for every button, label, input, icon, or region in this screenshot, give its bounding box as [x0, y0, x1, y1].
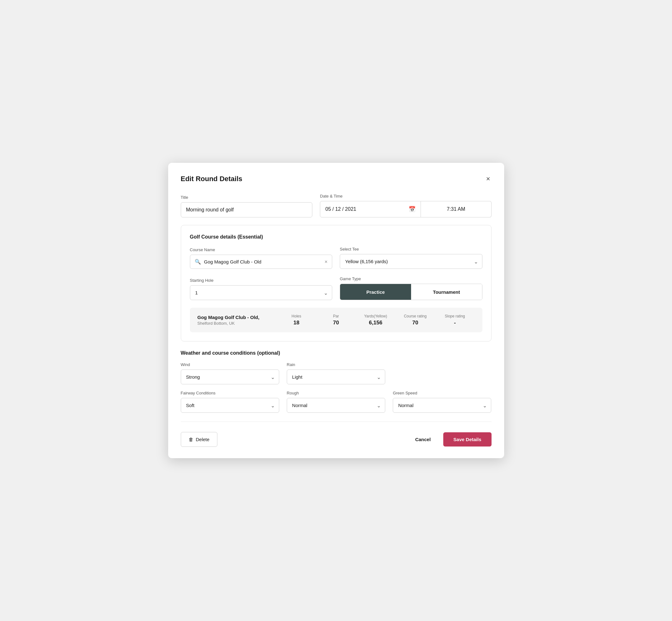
calendar-icon: 📅 — [409, 206, 416, 213]
fairway-group: Fairway Conditions Soft ⌄ — [181, 391, 279, 413]
rain-group: Rain Light ⌄ — [287, 362, 385, 384]
starting-hole-label: Starting Hole — [190, 278, 333, 283]
green-speed-group: Green Speed Normal ⌄ — [393, 391, 491, 413]
title-input[interactable] — [181, 202, 313, 217]
course-rating-value: 70 — [412, 320, 418, 326]
rough-select[interactable]: Normal — [287, 398, 385, 413]
yards-value: 6,156 — [369, 320, 382, 326]
title-label: Title — [181, 195, 313, 200]
datetime-group: Date & Time 05 / 12 / 2021 📅 7:31 AM — [320, 194, 491, 217]
yards-label: Yards(Yellow) — [364, 314, 387, 318]
title-group: Title — [181, 195, 313, 217]
game-type-toggle: Practice Tournament — [340, 284, 482, 300]
holes-value: 18 — [293, 320, 299, 326]
par-value: 70 — [333, 320, 339, 326]
wind-select-wrap: Strong ⌄ — [181, 370, 279, 384]
time-value: 7:31 AM — [447, 206, 465, 212]
practice-toggle-btn[interactable]: Practice — [340, 284, 411, 300]
game-type-group: Game Type Practice Tournament — [340, 277, 482, 300]
par-label: Par — [333, 314, 339, 318]
select-tee-group: Select Tee Yellow (6,156 yards) ⌄ — [340, 247, 482, 269]
tournament-toggle-btn[interactable]: Tournament — [411, 284, 482, 300]
course-tee-row: Course Name 🔍 × Select Tee Yellow (6,156… — [190, 247, 482, 269]
weather-section-title: Weather and course conditions (optional) — [181, 350, 492, 356]
rain-select[interactable]: Light — [287, 370, 385, 384]
modal-title: Edit Round Details — [181, 175, 243, 183]
select-tee-wrap: Yellow (6,156 yards) ⌄ — [340, 254, 482, 269]
slope-rating-value: - — [454, 320, 456, 326]
fairway-select[interactable]: Soft — [181, 398, 279, 413]
search-icon: 🔍 — [195, 259, 201, 265]
course-rating-label: Course rating — [404, 314, 426, 318]
course-name-group: Course Name 🔍 × — [190, 247, 333, 269]
wind-rain-row: Wind Strong ⌄ Rain Light ⌄ — [181, 362, 492, 384]
course-info-location: Shelford Bottom, UK — [198, 321, 277, 326]
footer-row: 🗑 Delete Cancel Save Details — [181, 432, 492, 447]
clear-icon[interactable]: × — [325, 259, 328, 265]
green-speed-label: Green Speed — [393, 391, 491, 396]
golf-course-title: Golf Course details (Essential) — [190, 234, 482, 240]
starting-hole-select[interactable]: 1 — [190, 285, 333, 300]
wind-label: Wind — [181, 362, 279, 367]
delete-button[interactable]: 🗑 Delete — [181, 432, 217, 447]
select-tee-input[interactable]: Yellow (6,156 yards) — [340, 254, 482, 269]
course-info-name-text: Gog Magog Golf Club - Old, — [198, 315, 277, 320]
wind-group: Wind Strong ⌄ — [181, 362, 279, 384]
fairway-label: Fairway Conditions — [181, 391, 279, 396]
rough-label: Rough — [287, 391, 385, 396]
green-speed-select-wrap: Normal ⌄ — [393, 398, 491, 413]
holes-label: Holes — [292, 314, 301, 318]
stat-par: Par 70 — [316, 314, 356, 326]
footer-right: Cancel Save Details — [409, 432, 492, 447]
course-name-label: Course Name — [190, 247, 333, 252]
trash-icon: 🗑 — [189, 437, 194, 442]
wind-select[interactable]: Strong — [181, 370, 279, 384]
course-info-name: Gog Magog Golf Club - Old, Shelford Bott… — [198, 315, 277, 326]
date-time-row: 05 / 12 / 2021 📅 7:31 AM — [320, 201, 491, 217]
game-type-label: Game Type — [340, 277, 482, 281]
close-button[interactable]: × — [485, 174, 492, 184]
date-value: 05 / 12 / 2021 — [325, 206, 356, 212]
select-tee-label: Select Tee — [340, 247, 482, 251]
fairway-rough-green-row: Fairway Conditions Soft ⌄ Rough Normal ⌄ — [181, 391, 492, 413]
rain-select-wrap: Light ⌄ — [287, 370, 385, 384]
course-name-input[interactable] — [204, 259, 322, 264]
time-input[interactable]: 7:31 AM — [421, 201, 491, 217]
rough-select-wrap: Normal ⌄ — [287, 398, 385, 413]
hole-gametype-row: Starting Hole 1 ⌄ Game Type Practice Tou… — [190, 277, 482, 300]
course-info-bar: Gog Magog Golf Club - Old, Shelford Bott… — [190, 308, 482, 332]
green-speed-select[interactable]: Normal — [393, 398, 491, 413]
title-datetime-row: Title Date & Time 05 / 12 / 2021 📅 7:31 … — [181, 194, 492, 217]
weather-section: Weather and course conditions (optional)… — [181, 350, 492, 413]
rain-label: Rain — [287, 362, 385, 367]
stat-yards: Yards(Yellow) 6,156 — [356, 314, 395, 326]
starting-hole-group: Starting Hole 1 ⌄ — [190, 278, 333, 300]
course-name-search[interactable]: 🔍 × — [190, 255, 333, 269]
fairway-select-wrap: Soft ⌄ — [181, 398, 279, 413]
golf-course-section: Golf Course details (Essential) Course N… — [181, 225, 492, 341]
slope-rating-label: Slope rating — [445, 314, 465, 318]
edit-round-modal: Edit Round Details × Title Date & Time 0… — [168, 163, 504, 458]
date-input[interactable]: 05 / 12 / 2021 📅 — [320, 201, 421, 217]
datetime-label: Date & Time — [320, 194, 491, 199]
starting-hole-wrap: 1 ⌄ — [190, 285, 333, 300]
delete-label: Delete — [196, 437, 209, 442]
stat-slope-rating: Slope rating - — [435, 314, 475, 326]
modal-header: Edit Round Details × — [181, 174, 492, 184]
stat-holes: Holes 18 — [277, 314, 317, 326]
stat-course-rating: Course rating 70 — [395, 314, 435, 326]
rough-group: Rough Normal ⌄ — [287, 391, 385, 413]
cancel-button[interactable]: Cancel — [409, 432, 437, 447]
save-button[interactable]: Save Details — [443, 432, 491, 447]
